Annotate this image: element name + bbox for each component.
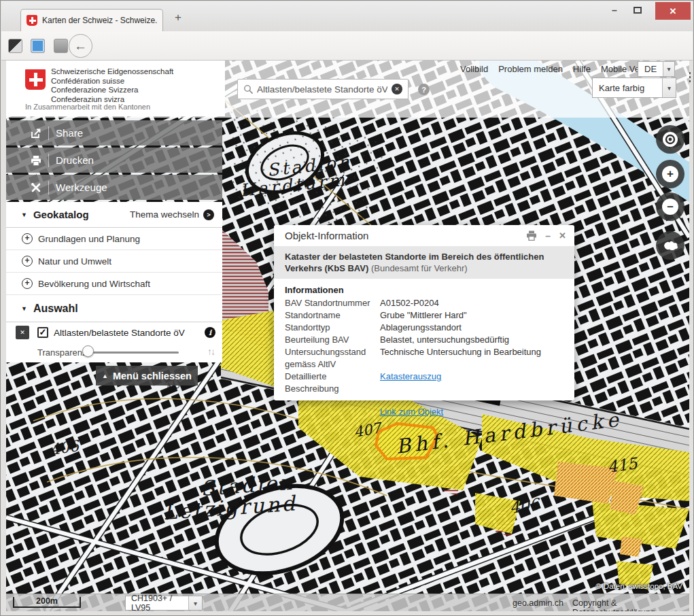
plus-circle-icon: + [22,233,33,244]
layer-label: Altlasten/belastete Standorte öV [54,328,185,338]
link-hilfe[interactable]: Hilfe [573,64,591,74]
search-input[interactable] [257,84,387,95]
selection-header[interactable]: ▼ Auswahl [6,295,222,322]
print-button[interactable]: Drucken [6,148,222,173]
chevron-down-icon: ▾ [663,62,674,76]
layer-reorder-arrows[interactable]: ↑↓ [207,346,214,357]
transparency-row: Transparenz ↑↓ [6,343,222,362]
map-attribution[interactable]: © Daten: swisstopo, BAV [595,582,682,590]
layer-checkbox[interactable]: ✓ [37,327,48,338]
map-style-select[interactable]: Karte farbig ▾ [592,78,676,98]
tools-button[interactable]: Werkzeuge [6,175,222,200]
swiss-flag-logo [25,69,46,90]
selection-title: Auswahl [33,303,78,315]
footer-bar: 200m CH1903+ / LV95 ▾ geo.admin.ch Copyr… [6,594,689,611]
info-row: StandortnameGrube "Mittlerer Hard" [285,309,563,322]
search-help-button[interactable]: ? [418,84,430,95]
geocatalog-title: Geokatalog [33,209,89,220]
plus-circle-icon: + [22,256,33,267]
transparency-slider-track[interactable] [89,352,179,354]
popup-title: Objekt-Information [285,230,368,241]
print-icon[interactable] [526,230,537,241]
category-bevoelkerung[interactable]: + Bevölkerung und Wirtschaft [6,273,222,295]
change-topic-link[interactable]: Thema wechseln > [130,209,214,220]
header-logo-block: Schweizerische Eidgenossenschaft Confédé… [6,61,225,116]
default-extent-button[interactable] [656,231,684,260]
triangle-down-icon: ▼ [21,211,27,218]
map-search-box[interactable]: ✕ [237,79,409,99]
tools-icon [29,182,43,193]
info-row: Detaillierte Beschreibung Katasterauszug [285,371,563,395]
crs-select[interactable]: CH1903+ / LV95 ▾ [125,596,203,611]
chevron-down-icon: ▾ [662,78,676,97]
link-problem-melden[interactable]: Problem melden [498,64,563,74]
scale-bar: 200m [13,597,81,608]
copyright-link[interactable]: Copyright & Datenschutzerklärung [572,598,689,611]
layer-remove-button[interactable]: ✕ [16,326,29,339]
geolocate-button[interactable] [656,125,684,154]
category-natur[interactable]: + Natur und Umwelt [6,250,222,273]
transparency-slider-handle[interactable] [82,345,94,357]
zoom-out-button[interactable]: – [656,192,684,221]
minimize-button[interactable]: – [605,1,624,19]
cooperation-note: In Zusammenarbeit mit den Kantonen [25,103,150,111]
switzerland-icon [661,239,679,252]
share-button[interactable]: Share [6,120,222,146]
object-info-popup: Objekt-Information – ✕ Kataster der bela… [274,225,574,400]
close-button[interactable]: ✕ [655,2,691,20]
circle-arrow-icon: > [203,209,214,220]
back-button[interactable]: ← [69,34,92,58]
app-icon-3[interactable] [54,39,68,53]
language-select[interactable]: DE ▾ [638,61,675,77]
popup-layer-heading: Kataster der belasteten Standorte im Ber… [274,246,574,279]
new-tab-button[interactable]: + [170,11,186,29]
tools-label: Werkzeuge [56,182,107,193]
search-icon [243,84,253,94]
info-row: StandorttypAblagerungsstandort [285,322,563,334]
share-icon [29,128,43,139]
link-vollbild[interactable]: Vollbild [460,64,488,74]
transparency-label: Transparenz [37,347,87,358]
search-clear-button[interactable]: ✕ [392,84,402,95]
maximize-button[interactable] [628,1,647,19]
category-grundlagen[interactable]: + Grundlagen und Planung [6,228,222,250]
layer-row: ✕ ✓ Altlasten/belastete Standorte öV i [6,322,222,343]
header-links: Vollbild Problem melden Hilfe Mobile Ver… [460,64,659,74]
object-link[interactable]: Link zum Objekt [380,407,443,417]
plus-circle-icon: + [22,278,33,289]
app-icon-2[interactable] [31,39,45,53]
layer-info-icon[interactable]: i [205,327,215,338]
titlebar: Karten der Schweiz - Schweize... + – ✕ [1,1,693,31]
geoadmin-link[interactable]: geo.admin.ch [513,598,563,608]
geocatalog-header[interactable]: ▼ Geokatalog Thema wechseln > [6,202,222,228]
geocatalog-panel: ▼ Geokatalog Thema wechseln > + Grundlag… [6,202,222,362]
katasterauszug-link[interactable]: Katasterauszug [380,371,441,395]
printer-icon [29,155,43,166]
swiss-favicon-icon [27,15,37,26]
info-row: BAV StandortnummerA01502-P0204 [285,297,563,309]
share-label: Share [56,127,83,139]
confederation-names: Schweizerische Eidgenossenschaft Confédé… [51,67,173,104]
zoom-in-button[interactable]: + [656,160,684,188]
browser-window: Karten der Schweiz - Schweize... + – ✕ ←… [0,0,694,616]
popup-body: Informationen BAV StandortnummerA01502-P… [274,279,574,424]
popup-header[interactable]: Objekt-Information – ✕ [274,225,574,246]
tab-title: Karten der Schweiz - Schweize... [42,16,157,25]
browser-tab[interactable]: Karten der Schweiz - Schweize... [20,9,163,31]
info-row: Untersuchungsstand gemäss AltlVTechnisch… [285,346,563,371]
triangle-up-icon: ▲ [102,373,108,379]
triangle-down-icon: ▼ [21,305,27,312]
target-icon [662,131,678,148]
popup-close-icon[interactable]: ✕ [559,230,566,241]
plus-icon: + [662,166,678,182]
popup-minimize-icon[interactable]: – [545,230,551,241]
close-menu-button[interactable]: ▲ Menü schliessen [96,366,198,386]
minus-icon: – [662,199,678,215]
app-icon-1[interactable] [8,39,22,53]
info-row: Beurteilung BAVBelastet, untersuchungsbe… [285,334,563,346]
nav-toolbar: ← map.geo.admin.ch/?X=249138.11&Y=680698… [1,31,693,61]
print-label: Drucken [56,154,94,166]
chevron-down-icon: ▾ [188,596,202,610]
informationen-heading: Informationen [285,285,563,295]
geoadmin-viewport: Stadion Hardturm Bhf. Hardbrücke Stadion… [6,61,689,611]
